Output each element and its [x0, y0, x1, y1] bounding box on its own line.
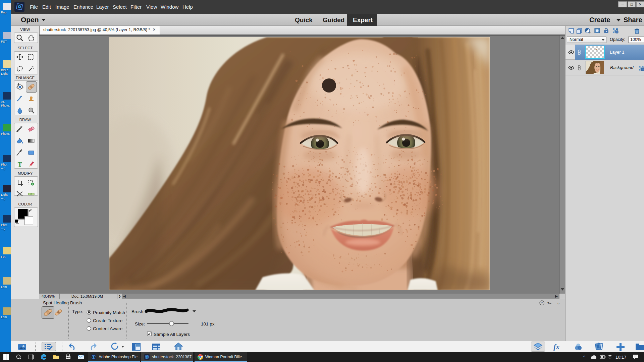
svg-text:T: T	[18, 161, 22, 168]
svg-text:?: ?	[541, 301, 543, 305]
